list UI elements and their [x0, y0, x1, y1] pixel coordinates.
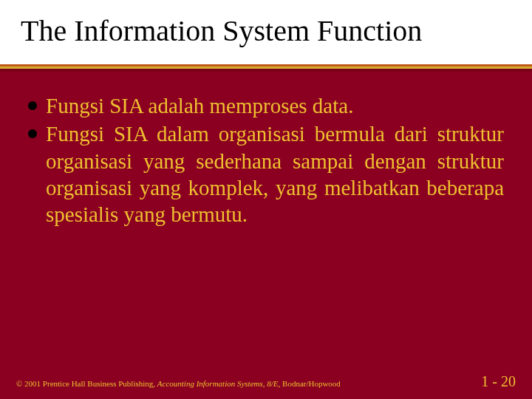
copyright-prefix: © 2001 Prentice Hall Business Publishing…: [16, 379, 157, 388]
copyright-suffix: , Bodnar/Hopwood: [279, 379, 341, 388]
divider-bar: [0, 64, 532, 72]
copyright-italic: Accounting Information Systems, 8/E: [157, 379, 279, 388]
bullet-icon: [28, 129, 37, 138]
bullet-icon: [28, 101, 37, 110]
slide-title: The Information System Function: [21, 13, 511, 48]
content-area: Fungsi SIA adalah memproses data. Fungsi…: [0, 72, 532, 228]
bullet-text: Fungsi SIA adalah memproses data.: [46, 92, 504, 119]
title-area: The Information System Function: [0, 0, 532, 64]
list-item: Fungsi SIA dalam organisasi bermula dari…: [28, 120, 504, 228]
page-number: 1 - 20: [481, 373, 516, 390]
footer: © 2001 Prentice Hall Business Publishing…: [0, 373, 532, 390]
list-item: Fungsi SIA adalah memproses data.: [28, 92, 504, 119]
copyright-text: © 2001 Prentice Hall Business Publishing…: [16, 379, 341, 388]
bullet-text: Fungsi SIA dalam organisasi bermula dari…: [46, 120, 504, 228]
